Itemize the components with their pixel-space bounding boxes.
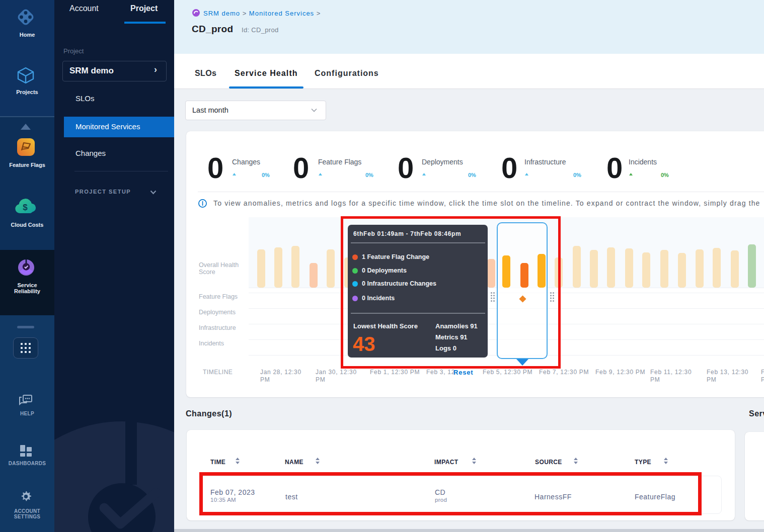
svg-text:$: $: [23, 203, 28, 212]
